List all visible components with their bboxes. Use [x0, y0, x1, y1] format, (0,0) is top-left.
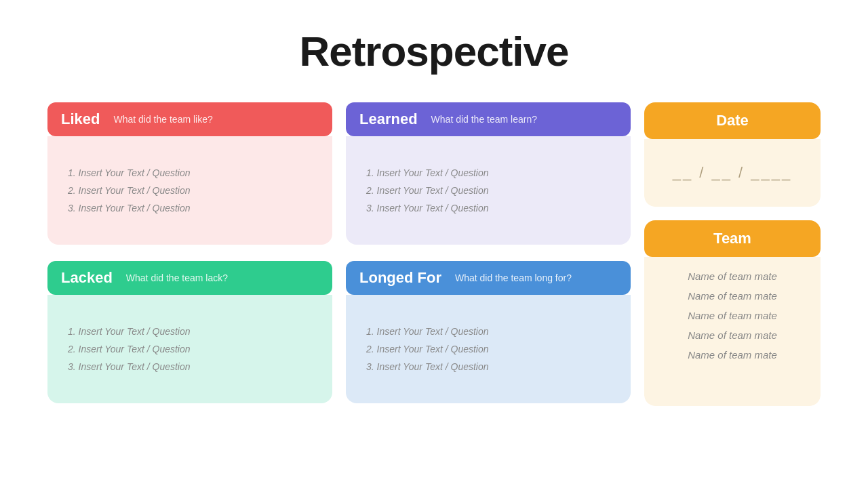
list-item: 3. Insert Your Text / Question — [366, 361, 610, 372]
page-title: Retrospective — [299, 27, 568, 75]
list-item: 2. Insert Your Text / Question — [68, 185, 312, 196]
team-member: Name of team mate — [658, 310, 807, 321]
lacked-body: 1. Insert Your Text / Question 2. Insert… — [47, 295, 332, 403]
learned-card: Learned What did the team learn? 1. Inse… — [346, 102, 631, 247]
team-member: Name of team mate — [658, 290, 807, 302]
longed-subtitle: What did the team long for? — [455, 272, 572, 283]
list-item: 3. Insert Your Text / Question — [68, 361, 312, 372]
date-label: Date — [716, 112, 749, 129]
team-card: Team Name of team mate Name of team mate… — [644, 220, 821, 406]
liked-label: Liked — [61, 110, 100, 128]
team-label: Team — [713, 230, 751, 247]
date-card: Date __ / __ / ____ — [644, 102, 821, 207]
list-item: 3. Insert Your Text / Question — [366, 203, 610, 214]
team-member: Name of team mate — [658, 349, 807, 361]
liked-header: Liked What did the team like? — [47, 102, 332, 136]
list-item: 1. Insert Your Text / Question — [68, 167, 312, 178]
learned-label: Learned — [359, 110, 418, 128]
lacked-subtitle: What did the team lack? — [126, 272, 228, 283]
lacked-card: Lacked What did the team lack? 1. Insert… — [47, 261, 332, 406]
right-column: Date __ / __ / ____ Team Name of team ma… — [644, 102, 821, 406]
list-item: 1. Insert Your Text / Question — [366, 167, 610, 178]
list-item: 1. Insert Your Text / Question — [366, 326, 610, 337]
lacked-label: Lacked — [61, 269, 113, 287]
list-item: 2. Insert Your Text / Question — [366, 185, 610, 196]
date-value: __ / __ / ____ — [673, 164, 793, 182]
list-item: 2. Insert Your Text / Question — [68, 344, 312, 354]
longed-card: Longed For What did the team long for? 1… — [346, 261, 631, 406]
lacked-header: Lacked What did the team lack? — [47, 261, 332, 295]
learned-body: 1. Insert Your Text / Question 2. Insert… — [346, 136, 631, 245]
date-header: Date — [644, 102, 821, 139]
team-body: Name of team mate Name of team mate Name… — [644, 257, 821, 406]
longed-header: Longed For What did the team long for? — [346, 261, 631, 295]
longed-body: 1. Insert Your Text / Question 2. Insert… — [346, 295, 631, 403]
learned-subtitle: What did the team learn? — [431, 114, 537, 125]
liked-subtitle: What did the team like? — [113, 114, 212, 125]
longed-label: Longed For — [359, 269, 441, 287]
list-item: 2. Insert Your Text / Question — [366, 344, 610, 354]
main-grid: Liked What did the team like? 1. Insert … — [41, 102, 827, 406]
learned-header: Learned What did the team learn? — [346, 102, 631, 136]
team-header: Team — [644, 220, 821, 257]
team-member: Name of team mate — [658, 329, 807, 341]
date-body: __ / __ / ____ — [644, 139, 821, 207]
liked-body: 1. Insert Your Text / Question 2. Insert… — [47, 136, 332, 245]
list-item: 3. Insert Your Text / Question — [68, 203, 312, 214]
team-member: Name of team mate — [658, 270, 807, 282]
liked-card: Liked What did the team like? 1. Insert … — [47, 102, 332, 247]
list-item: 1. Insert Your Text / Question — [68, 326, 312, 337]
